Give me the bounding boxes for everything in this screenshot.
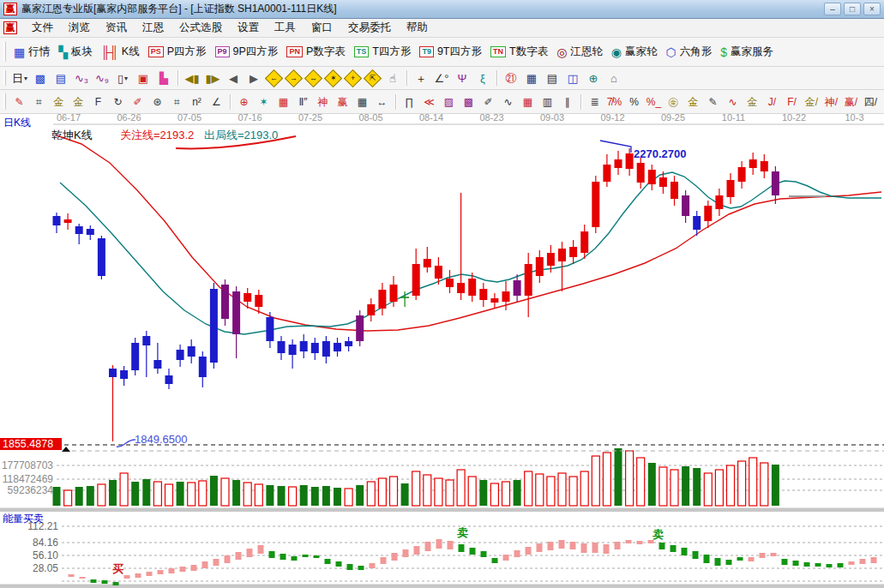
si-angle-icon[interactable]: 四/ bbox=[862, 93, 880, 111]
maximize-button[interactable]: □ bbox=[844, 3, 861, 15]
net-view-icon[interactable]: ▩ bbox=[31, 69, 50, 87]
snowflake-grid-icon[interactable]: ✶ bbox=[255, 93, 273, 111]
angle-measure-icon[interactable]: ∠° bbox=[432, 69, 451, 87]
info-doc-icon[interactable]: ▤ bbox=[51, 69, 70, 87]
kline-chart-canvas[interactable]: 06-1706-2607-0507-1607-2508-0508-1408-23… bbox=[0, 114, 884, 588]
tool-hexagon[interactable]: ⬡六角形 bbox=[666, 45, 713, 59]
tool-9t-square[interactable]: T99T四方形 bbox=[419, 45, 482, 59]
last-bar-icon[interactable]: ▮▶ bbox=[203, 69, 222, 87]
save-disk-icon[interactable]: ◫ bbox=[563, 69, 582, 87]
close-button[interactable]: × bbox=[863, 3, 881, 15]
web-globe-icon[interactable]: ⊕ bbox=[584, 69, 603, 87]
frame-tool-icon[interactable]: ∏ bbox=[400, 93, 418, 111]
gann-box-icon[interactable]: ▣ bbox=[134, 69, 153, 87]
f-ruler-icon[interactable]: F bbox=[89, 93, 107, 111]
tick-ruler-icon[interactable]: ⌗ bbox=[168, 93, 186, 111]
tool-quotes[interactable]: ▦行情 bbox=[14, 45, 50, 59]
zigzag-icon[interactable]: ∿ bbox=[499, 93, 517, 111]
gold-ruler-1-icon[interactable]: 金 bbox=[50, 93, 68, 111]
ying-tool-icon[interactable]: 赢 bbox=[334, 93, 352, 111]
zoom-x-diamond-icon[interactable]: ✶ bbox=[324, 69, 342, 87]
percent-icon[interactable]: % bbox=[625, 93, 643, 111]
j-angle-icon[interactable]: J/ bbox=[763, 93, 781, 111]
histogram-icon[interactable]: ▙ bbox=[154, 69, 173, 87]
zoom-h-diamond-icon[interactable]: ↔ bbox=[304, 69, 322, 87]
notepad-icon[interactable]: ▤ bbox=[543, 69, 562, 87]
zoom-all-diamond-icon[interactable]: ⇱ bbox=[364, 69, 382, 87]
tool-winner-service[interactable]: $赢家服务 bbox=[720, 45, 773, 59]
minimize-button[interactable]: – bbox=[824, 3, 841, 15]
gold-ruler-2-icon[interactable]: 金 bbox=[69, 93, 87, 111]
seven-pct-icon[interactable]: 7̸% bbox=[605, 93, 623, 111]
crosshair-icon[interactable]: ＋ bbox=[412, 69, 430, 87]
pen-wave-icon[interactable]: ✎ bbox=[704, 93, 722, 111]
wave-9-icon[interactable]: ∿₉ bbox=[93, 69, 111, 87]
zoom-plus-diamond-icon[interactable]: + bbox=[344, 69, 362, 87]
menu-item-交易委托[interactable]: 交易委托 bbox=[340, 19, 399, 37]
purple-fan-grid-icon[interactable]: ▨ bbox=[440, 93, 458, 111]
menu-item-公式选股[interactable]: 公式选股 bbox=[171, 19, 230, 37]
tool-9p-square[interactable]: P99P四方形 bbox=[215, 45, 279, 59]
zoom-right-diamond-icon[interactable]: → bbox=[285, 69, 303, 87]
shen-tool-icon[interactable]: 神 bbox=[314, 93, 332, 111]
tool-t-square[interactable]: TST四方形 bbox=[354, 45, 412, 59]
parallel-lines-icon[interactable]: ∥ bbox=[558, 93, 576, 111]
menu-item-江恩[interactable]: 江恩 bbox=[135, 19, 171, 37]
ink-pen-icon[interactable]: ✐ bbox=[129, 93, 147, 111]
angle-tool-icon[interactable]: ∠ bbox=[207, 93, 226, 111]
gold-line-icon[interactable]: 金 bbox=[684, 93, 702, 111]
shen-angle-icon[interactable]: 神/ bbox=[822, 93, 840, 111]
span-arrows-icon[interactable]: ↔ bbox=[373, 93, 391, 111]
time-wheel-icon[interactable]: ⊛ bbox=[148, 93, 166, 111]
red-fan-icon[interactable]: ≪ bbox=[420, 93, 438, 111]
brain-tool-icon[interactable]: ξ bbox=[473, 69, 492, 87]
pan-hand-icon[interactable]: ☝ bbox=[383, 69, 402, 87]
k-prime-icon[interactable]: Ⅱ″ bbox=[294, 93, 312, 111]
menu-item-窗口[interactable]: 窗口 bbox=[304, 19, 340, 37]
tool-p-square[interactable]: PSP四方形 bbox=[148, 45, 207, 59]
grid-b-icon[interactable]: ▥ bbox=[538, 93, 556, 111]
f-angle-icon[interactable]: F/ bbox=[783, 93, 801, 111]
n-square-icon[interactable]: n² bbox=[188, 93, 206, 111]
tool-p-number[interactable]: PNP数字表 bbox=[286, 45, 345, 59]
gold-circle-icon[interactable]: ㊎ bbox=[665, 93, 683, 111]
menu-item-文件[interactable]: 文件 bbox=[24, 19, 61, 37]
prev-bar-icon[interactable]: ◀ bbox=[224, 69, 243, 87]
next-bar-icon[interactable]: ▶ bbox=[244, 69, 263, 87]
calendar-21-icon[interactable]: ㉑ bbox=[502, 69, 520, 87]
zoom-left-diamond-icon[interactable]: ← bbox=[265, 69, 283, 87]
gold-angle-icon[interactable]: 金/ bbox=[803, 93, 821, 111]
menu-item-浏览[interactable]: 浏览 bbox=[61, 19, 98, 37]
wave-3-icon[interactable]: ∿₃ bbox=[72, 69, 91, 87]
stats-list-icon[interactable]: ≣ bbox=[586, 93, 604, 111]
ying-angle-icon[interactable]: 赢/ bbox=[842, 93, 860, 111]
target-circle-icon[interactable]: ⊕ bbox=[235, 93, 253, 111]
grid-a-icon[interactable]: ▦ bbox=[519, 93, 537, 111]
percent-line-icon[interactable]: %_ bbox=[645, 93, 663, 111]
tool-winner-wheel[interactable]: ◉赢家轮 bbox=[611, 45, 658, 59]
tool-gann-wheel[interactable]: ◎江恩轮 bbox=[556, 45, 603, 59]
menu-item-设置[interactable]: 设置 bbox=[230, 19, 267, 37]
web-grid-icon[interactable]: ▦ bbox=[274, 93, 292, 111]
candle-dropdown-icon[interactable]: ▯▾ bbox=[113, 69, 132, 87]
menu-item-资讯[interactable]: 资讯 bbox=[98, 19, 135, 37]
purple-grid-icon[interactable]: ▩ bbox=[460, 93, 478, 111]
period-day-dropdown-icon[interactable]: 日▾ bbox=[10, 69, 29, 87]
tool-kline[interactable]: ╟╢K线 bbox=[101, 45, 140, 59]
workstation-icon[interactable]: ⌂ bbox=[604, 69, 623, 87]
gold-line-2-icon[interactable]: 金 bbox=[743, 93, 761, 111]
flower-tool-icon[interactable]: Ψ bbox=[453, 69, 472, 87]
gann-fan-h-icon[interactable]: ⌗ bbox=[30, 93, 48, 111]
brush-pen-icon[interactable]: ✎ bbox=[10, 93, 28, 111]
calculator-icon[interactable]: ▦ bbox=[522, 69, 541, 87]
first-bar-icon[interactable]: ◀▮ bbox=[183, 69, 201, 87]
tool-t-number[interactable]: TNT数字表 bbox=[490, 45, 548, 59]
wave-channel-icon[interactable]: ∿ bbox=[724, 93, 742, 111]
menu-item-工具[interactable]: 工具 bbox=[267, 19, 304, 37]
menu-item-帮助[interactable]: 帮助 bbox=[399, 19, 436, 37]
chart-region[interactable]: 06-1706-2607-0507-1607-2508-0508-1408-23… bbox=[0, 114, 884, 588]
grid-123-icon[interactable]: ▦ bbox=[353, 93, 371, 111]
trend-pen-icon[interactable]: ✐ bbox=[479, 93, 497, 111]
tool-sectors[interactable]: ▚板块 bbox=[58, 45, 93, 59]
spiral-icon[interactable]: ↻ bbox=[109, 93, 127, 111]
